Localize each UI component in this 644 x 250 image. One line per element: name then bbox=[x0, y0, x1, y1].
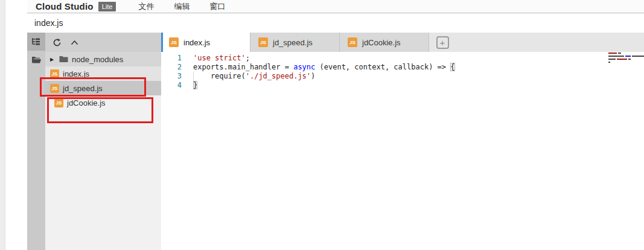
main-area: ▶node_modulesJSindex.jsJSjd_speed.jsJSjd… bbox=[27, 33, 644, 250]
page-left-gutter bbox=[0, 0, 5, 250]
code-token: (event, context, callback) => bbox=[315, 63, 450, 71]
tab-jdCookie.js[interactable]: JSjdCookie.js bbox=[340, 33, 429, 52]
minimap-line bbox=[608, 53, 644, 54]
line-number: 4 bbox=[161, 81, 182, 90]
code-token: { bbox=[450, 63, 454, 71]
minimap-segment bbox=[618, 53, 621, 54]
file-tree-icon bbox=[31, 37, 41, 46]
refresh-icon bbox=[53, 38, 62, 47]
code-line-3[interactable]: 3 require('./jd_speed.js') bbox=[161, 72, 644, 81]
code-token: ) bbox=[311, 72, 315, 80]
annotation-highlight-box-1 bbox=[40, 77, 146, 97]
tab-label: index.js bbox=[183, 38, 210, 47]
annotation-highlight-box-2 bbox=[47, 97, 153, 123]
refresh-button[interactable] bbox=[52, 37, 62, 47]
editor-column: JSindex.jsJSjd_speed.jsJSjdCookie.js+ 1'… bbox=[161, 33, 644, 250]
code-line-1[interactable]: 1'use strict'; bbox=[161, 54, 644, 63]
tab-jd_speed.js[interactable]: JSjd_speed.js bbox=[250, 33, 340, 52]
file-explorer-panel: ▶node_modulesJSindex.jsJSjd_speed.jsJSjd… bbox=[45, 33, 161, 250]
open-file-title: index.js bbox=[34, 18, 63, 28]
line-content: exports.main_handler = async (event, con… bbox=[182, 63, 455, 72]
minimap-segment bbox=[617, 59, 627, 60]
titlebar: index.js bbox=[27, 13, 644, 33]
tab-bar: JSindex.jsJSjd_speed.jsJSjdCookie.js+ bbox=[161, 33, 644, 52]
activity-open-folder-button[interactable] bbox=[27, 51, 45, 69]
code-token: './jd_speed.js' bbox=[246, 72, 311, 80]
line-number: 1 bbox=[161, 54, 182, 63]
tab-index.js[interactable]: JSindex.js bbox=[161, 33, 250, 52]
activity-file-tree-button[interactable] bbox=[27, 33, 45, 51]
line-content: 'use strict'; bbox=[182, 54, 250, 63]
code-line-2[interactable]: 2exports.main_handler = async (event, co… bbox=[161, 63, 644, 72]
code-editor[interactable]: 1'use strict';2exports.main_handler = as… bbox=[161, 52, 644, 250]
indent-guide bbox=[193, 72, 194, 81]
menu-item-1[interactable]: 编辑 bbox=[174, 1, 190, 12]
minimap-segment bbox=[625, 56, 631, 57]
line-number: 3 bbox=[161, 72, 182, 81]
code-lines: 1'use strict';2exports.main_handler = as… bbox=[161, 54, 644, 90]
file-label: node_modules bbox=[72, 55, 123, 64]
code-token: async bbox=[293, 63, 315, 71]
menu-item-0[interactable]: 文件 bbox=[138, 1, 154, 12]
js-file-icon: JS bbox=[348, 37, 357, 47]
menu-item-2[interactable]: 窗口 bbox=[209, 1, 225, 12]
minimap-line bbox=[608, 59, 644, 60]
explorer-toolbar bbox=[45, 33, 161, 52]
js-file-icon: JS bbox=[169, 37, 179, 47]
code-token: ; bbox=[246, 54, 250, 62]
minimap-segment bbox=[608, 59, 616, 60]
collapse-icon bbox=[71, 40, 78, 45]
tab-label: jdCookie.js bbox=[362, 38, 401, 47]
menubar-items: 文件编辑窗口 bbox=[116, 1, 225, 12]
minimap-segment bbox=[608, 53, 617, 54]
new-tab-area: + bbox=[429, 33, 456, 52]
line-content: require('./jd_speed.js') bbox=[182, 72, 315, 81]
folder-icon bbox=[59, 56, 68, 63]
minimap-line bbox=[608, 56, 644, 57]
expand-arrow-icon: ▶ bbox=[50, 57, 56, 62]
code-token: } bbox=[193, 81, 197, 89]
minimap-segment bbox=[628, 59, 631, 60]
minimap[interactable] bbox=[608, 53, 644, 65]
activity-bar bbox=[27, 33, 45, 250]
lite-badge: Lite bbox=[98, 2, 116, 11]
line-content: } bbox=[182, 81, 197, 90]
menubar: Cloud Studio Lite 文件编辑窗口 bbox=[27, 0, 644, 13]
file-row-node_modules[interactable]: ▶node_modules bbox=[45, 52, 161, 66]
app-brand: Cloud Studio bbox=[36, 1, 94, 11]
code-token: exports.main_handler = bbox=[193, 63, 293, 71]
line-number: 2 bbox=[161, 63, 182, 72]
minimap-line bbox=[608, 62, 644, 63]
new-tab-button[interactable]: + bbox=[436, 36, 449, 49]
code-token: 'use strict' bbox=[193, 54, 246, 62]
collapse-button[interactable] bbox=[69, 37, 79, 47]
tab-label: jd_speed.js bbox=[273, 38, 313, 47]
js-file-icon: JS bbox=[258, 37, 268, 47]
code-token: require( bbox=[193, 72, 246, 80]
minimap-segment bbox=[608, 56, 624, 57]
minimap-segment bbox=[608, 62, 610, 63]
minimap-segment bbox=[632, 56, 644, 57]
open-folder-icon bbox=[31, 56, 42, 64]
code-line-4[interactable]: 4} bbox=[161, 81, 644, 90]
cloud-studio-window: Cloud Studio Lite 文件编辑窗口 index.js ▶node_… bbox=[27, 0, 644, 250]
